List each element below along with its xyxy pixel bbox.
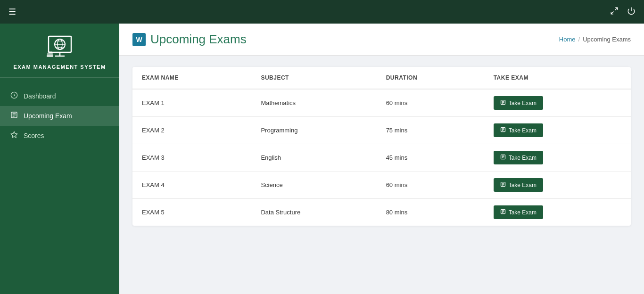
cell-duration: 60 mins (377, 89, 484, 117)
cell-subject: Science (251, 172, 376, 199)
page-title-icon: W (132, 33, 146, 46)
sidebar-item-upcoming-exam[interactable]: Upcoming Exam (0, 106, 119, 126)
cell-exam-name: EXAM 5 (132, 199, 251, 226)
upcoming-exam-icon (10, 111, 18, 121)
topbar-right (610, 7, 636, 17)
sidebar-nav: Dashboard Upcoming Exam (0, 78, 119, 154)
cell-duration: 60 mins (377, 172, 484, 199)
table-row: EXAM 1Mathematics60 minsTake Exam (132, 89, 631, 117)
content-area: W Upcoming Exams Home / Upcoming Exams E… (119, 24, 644, 294)
scores-icon (10, 131, 18, 140)
cell-subject: Mathematics (251, 89, 376, 117)
take-exam-btn-label: Take Exam (509, 182, 537, 188)
take-exam-btn-icon (500, 181, 506, 188)
cell-subject: Data Structure (251, 199, 376, 226)
take-exam-button[interactable]: Take Exam (494, 96, 543, 110)
breadcrumb-separator: / (578, 36, 580, 43)
svg-rect-11 (47, 55, 53, 57)
dashboard-icon (10, 91, 18, 101)
sidebar-item-scores[interactable]: Scores (0, 126, 119, 146)
sidebar-logo: Exam Management System (0, 24, 119, 78)
table-row: EXAM 5Data Structure80 minsTake Exam (132, 199, 631, 226)
sidebar: Exam Management System Dashboard (0, 24, 119, 294)
cell-subject: Programming (251, 117, 376, 144)
topbar-left: ☰ (8, 7, 16, 17)
cell-duration: 75 mins (377, 117, 484, 144)
take-exam-btn-label: Take Exam (509, 155, 537, 161)
cell-exam-name: EXAM 1 (132, 89, 251, 117)
breadcrumb-current: Upcoming Exams (583, 36, 631, 43)
cell-take-exam: Take Exam (484, 199, 631, 226)
take-exam-btn-label: Take Exam (509, 209, 537, 216)
cell-take-exam: Take Exam (484, 144, 631, 172)
cell-take-exam: Take Exam (484, 117, 631, 144)
exams-table: EXAM NAME SUBJECT DURATION TAKE EXAM EXA… (132, 67, 631, 226)
take-exam-btn-icon (500, 99, 506, 106)
take-exam-btn-icon (500, 209, 506, 216)
power-icon[interactable] (627, 7, 636, 17)
cell-exam-name: EXAM 4 (132, 172, 251, 199)
breadcrumb-home-link[interactable]: Home (559, 36, 576, 43)
exams-table-card: EXAM NAME SUBJECT DURATION TAKE EXAM EXA… (132, 67, 631, 226)
table-row: EXAM 3English45 minsTake Exam (132, 144, 631, 172)
col-exam-name: EXAM NAME (132, 67, 251, 89)
svg-rect-12 (47, 53, 53, 55)
take-exam-btn-label: Take Exam (509, 100, 537, 106)
take-exam-btn-icon (500, 127, 506, 134)
main-layout: Exam Management System Dashboard (0, 24, 644, 294)
col-subject: SUBJECT (251, 67, 376, 89)
take-exam-button[interactable]: Take Exam (494, 123, 543, 137)
sidebar-item-dashboard-label: Dashboard (24, 92, 56, 100)
cell-duration: 45 mins (377, 144, 484, 172)
sidebar-item-dashboard[interactable]: Dashboard (0, 86, 119, 106)
svg-line-1 (611, 12, 613, 14)
cell-exam-name: EXAM 2 (132, 117, 251, 144)
hamburger-icon[interactable]: ☰ (8, 7, 16, 17)
cell-exam-name: EXAM 3 (132, 144, 251, 172)
cell-take-exam: Take Exam (484, 89, 631, 117)
cell-subject: English (251, 144, 376, 172)
table-row: EXAM 2Programming75 minsTake Exam (132, 117, 631, 144)
cell-duration: 80 mins (377, 199, 484, 226)
svg-line-0 (615, 8, 618, 10)
take-exam-btn-icon (500, 154, 506, 161)
col-take-exam: TAKE EXAM (484, 67, 631, 89)
breadcrumb: Home / Upcoming Exams (559, 36, 631, 43)
sidebar-item-scores-label: Scores (24, 132, 44, 139)
cell-take-exam: Take Exam (484, 172, 631, 199)
page-title-wrap: W Upcoming Exams (132, 32, 247, 47)
take-exam-btn-label: Take Exam (509, 127, 537, 134)
table-header-row: EXAM NAME SUBJECT DURATION TAKE EXAM (132, 67, 631, 89)
take-exam-button[interactable]: Take Exam (494, 205, 543, 219)
sidebar-item-upcoming-exam-label: Upcoming Exam (24, 112, 72, 120)
logo-icon (43, 33, 76, 61)
page-title: Upcoming Exams (150, 32, 247, 47)
col-duration: DURATION (377, 67, 484, 89)
svg-rect-13 (48, 51, 52, 53)
take-exam-button[interactable]: Take Exam (494, 178, 543, 192)
take-exam-button[interactable]: Take Exam (494, 151, 543, 164)
svg-marker-19 (11, 131, 17, 138)
sidebar-app-title: Exam Management System (13, 64, 106, 70)
topbar: ☰ (0, 0, 644, 24)
table-row: EXAM 4Science60 minsTake Exam (132, 172, 631, 199)
fullscreen-icon[interactable] (610, 7, 619, 17)
page-header: W Upcoming Exams Home / Upcoming Exams (119, 24, 644, 56)
